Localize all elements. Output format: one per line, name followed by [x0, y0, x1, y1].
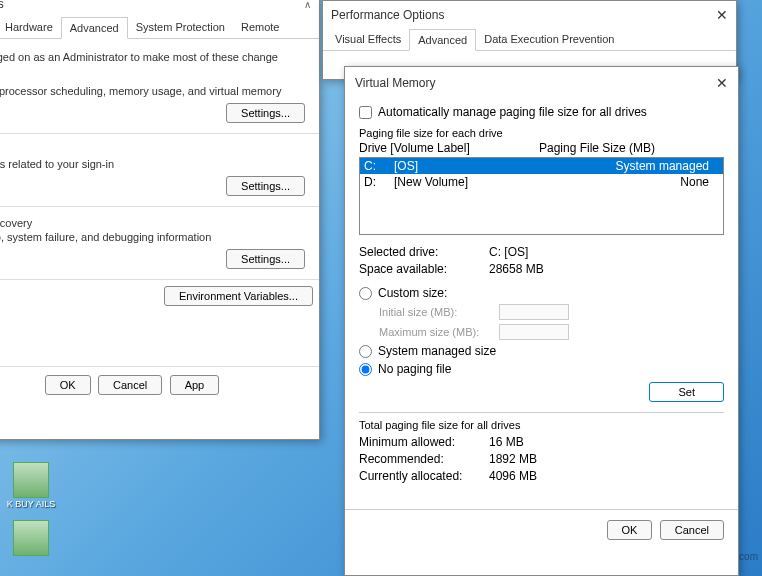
maximum-size-input[interactable] — [499, 324, 569, 340]
desktop-shortcut-2[interactable] — [6, 520, 56, 556]
startup-section: up and Recovery em startup, system failu… — [0, 213, 319, 273]
selected-drive-value: C: [OS] — [489, 245, 724, 259]
currently-allocated-label: Currently allocated: — [359, 469, 489, 483]
admin-note: ust be logged on as an Administrator to … — [0, 47, 319, 67]
drive-paging-size: System managed — [544, 159, 719, 173]
drive-info: Selected drive: C: [OS] Space available:… — [359, 245, 724, 276]
shortcut-label: K BUY AILS — [6, 500, 56, 510]
drive-list-header: Drive [Volume Label] Paging File Size (M… — [359, 141, 724, 155]
space-available-value: 28658 MB — [489, 262, 724, 276]
section-desc: al effects, processor scheduling, memory… — [0, 85, 311, 97]
window-title: Virtual Memory — [355, 76, 435, 90]
profiles-section: Profiles top settings related to your si… — [0, 140, 319, 200]
drive-letter: D: — [364, 175, 394, 189]
header-drive: Drive [Volume Label] — [359, 141, 539, 155]
dialog-buttons: OK Cancel — [345, 509, 738, 548]
tabs: Visual Effects Advanced Data Execution P… — [323, 29, 736, 51]
tabs: r Name Hardware Advanced System Protecti… — [0, 17, 319, 39]
tab-system-protection[interactable]: System Protection — [128, 17, 233, 38]
close-icon[interactable]: ✕ — [716, 75, 728, 91]
no-paging-radio[interactable] — [359, 363, 372, 376]
header-size: Paging File Size (MB) — [539, 141, 655, 155]
performance-settings-button[interactable]: Settings... — [226, 103, 305, 123]
selected-drive-label: Selected drive: — [359, 245, 489, 259]
content-area: ust be logged on as an Administrator to … — [0, 39, 319, 411]
tab-dep[interactable]: Data Execution Prevention — [476, 29, 622, 50]
tab-remote[interactable]: Remote — [233, 17, 288, 38]
maximum-size-row: Maximum size (MB): — [379, 324, 724, 340]
initial-size-input[interactable] — [499, 304, 569, 320]
window-titlebar: Performance Options ✕ — [323, 1, 736, 29]
window-title: Properties — [0, 0, 4, 11]
no-paging-label: No paging file — [378, 362, 451, 376]
total-title: Total paging file size for all drives — [359, 419, 724, 431]
ok-button[interactable]: OK — [607, 520, 653, 540]
ok-button[interactable]: OK — [45, 375, 91, 395]
dialog-buttons: OK Cancel App — [0, 366, 319, 403]
divider — [0, 133, 319, 134]
cancel-button[interactable]: Cancel — [98, 375, 162, 395]
close-icon[interactable]: ✕ — [716, 7, 728, 23]
initial-size-row: Initial size (MB): — [379, 304, 724, 320]
drive-letter: C: — [364, 159, 394, 173]
tab-advanced[interactable]: Advanced — [409, 29, 476, 51]
custom-size-row: Custom size: — [359, 286, 724, 300]
custom-size-label: Custom size: — [378, 286, 447, 300]
section-title: mance — [0, 71, 311, 83]
auto-manage-row: Automatically manage paging file size fo… — [359, 105, 724, 119]
divider — [0, 279, 319, 280]
startup-settings-button[interactable]: Settings... — [226, 249, 305, 269]
system-properties-window: Properties ∧ r Name Hardware Advanced Sy… — [0, 0, 320, 440]
no-paging-row: No paging file — [359, 362, 724, 376]
initial-size-label: Initial size (MB): — [379, 306, 499, 318]
excel-icon — [13, 520, 49, 556]
profiles-settings-button[interactable]: Settings... — [226, 176, 305, 196]
drive-row[interactable]: D: [New Volume] None — [360, 174, 723, 190]
section-desc: top settings related to your sign-in — [0, 158, 311, 170]
system-managed-label: System managed size — [378, 344, 496, 358]
drive-volume: [OS] — [394, 159, 544, 173]
chevron-up-icon[interactable]: ∧ — [304, 0, 311, 10]
recommended-label: Recommended: — [359, 452, 489, 466]
window-titlebar: Properties ∧ — [0, 0, 319, 17]
apply-button[interactable]: App — [170, 375, 220, 395]
window-titlebar: Virtual Memory ✕ — [345, 67, 738, 99]
desktop-icons: K BUY AILS — [6, 462, 56, 566]
system-managed-row: System managed size — [359, 344, 724, 358]
currently-allocated-value: 4096 MB — [489, 469, 724, 483]
maximum-size-label: Maximum size (MB): — [379, 326, 499, 338]
cancel-button[interactable]: Cancel — [660, 520, 724, 540]
auto-manage-checkbox[interactable] — [359, 106, 372, 119]
desktop-shortcut-1[interactable]: K BUY AILS — [6, 462, 56, 510]
virtual-memory-window: Virtual Memory ✕ Automatically manage pa… — [344, 66, 739, 576]
section-desc: em startup, system failure, and debuggin… — [0, 231, 311, 243]
excel-icon — [13, 462, 49, 498]
minimum-allowed-label: Minimum allowed: — [359, 435, 489, 449]
space-available-label: Space available: — [359, 262, 489, 276]
drive-paging-size: None — [544, 175, 719, 189]
environment-variables-button[interactable]: Environment Variables... — [164, 286, 313, 306]
section-title: Profiles — [0, 144, 311, 156]
drive-row[interactable]: C: [OS] System managed — [360, 158, 723, 174]
performance-section: mance al effects, processor scheduling, … — [0, 67, 319, 127]
drive-list[interactable]: C: [OS] System managed D: [New Volume] N… — [359, 157, 724, 235]
drive-volume: [New Volume] — [394, 175, 544, 189]
set-button[interactable]: Set — [649, 382, 724, 402]
totals-grid: Minimum allowed: 16 MB Recommended: 1892… — [359, 435, 724, 483]
dialog-body: Automatically manage paging file size fo… — [345, 99, 738, 499]
custom-size-radio[interactable] — [359, 287, 372, 300]
window-title: Performance Options — [331, 8, 444, 22]
auto-manage-label: Automatically manage paging file size fo… — [378, 105, 647, 119]
tab-visual-effects[interactable]: Visual Effects — [327, 29, 409, 50]
divider — [359, 412, 724, 413]
recommended-value: 1892 MB — [489, 452, 724, 466]
system-managed-radio[interactable] — [359, 345, 372, 358]
minimum-allowed-value: 16 MB — [489, 435, 724, 449]
paging-label: Paging file size for each drive — [359, 127, 724, 139]
section-title: up and Recovery — [0, 217, 311, 229]
divider — [0, 206, 319, 207]
tab-advanced[interactable]: Advanced — [61, 17, 128, 39]
tab-hardware[interactable]: Hardware — [0, 17, 61, 38]
